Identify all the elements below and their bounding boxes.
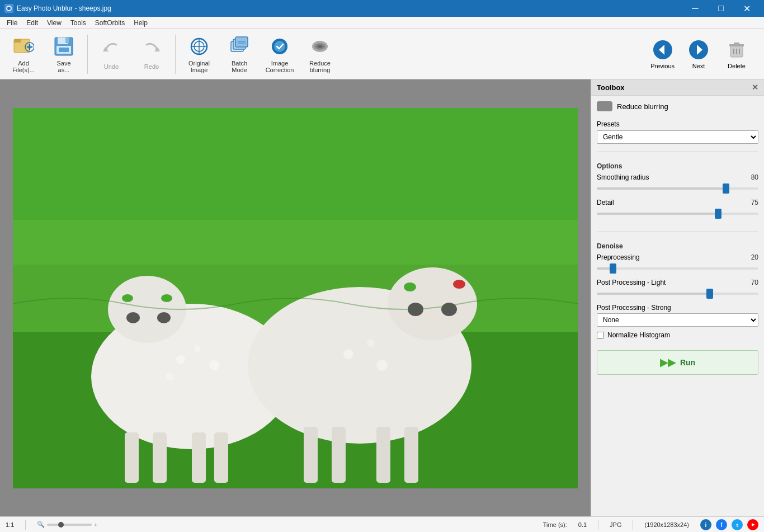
post-processing-strong-section: Post Processing - Strong None Light Medi… [597, 304, 758, 327]
post-processing-strong-label-row: Post Processing - Strong [597, 304, 758, 312]
normalize-histogram-label[interactable]: Normalize Histogram [607, 331, 670, 339]
batch-mode-icon [228, 35, 251, 58]
undo-icon [100, 39, 122, 61]
svg-point-2 [7, 7, 11, 10]
status-sep-1 [25, 520, 26, 530]
app-icon [4, 4, 13, 13]
divider-1 [597, 152, 758, 152]
detail-fill [597, 213, 718, 215]
save-as-label: Save as... [56, 60, 70, 73]
zoom-bar[interactable] [47, 524, 92, 526]
post-processing-light-bg [597, 293, 758, 295]
close-button[interactable]: ✕ [734, 0, 760, 17]
normalize-histogram-checkbox[interactable] [597, 332, 604, 339]
zoom-out-icon[interactable]: 🔍 [37, 521, 45, 528]
original-image-button[interactable]: Original Image [180, 32, 218, 77]
presets-select[interactable]: Gentle Normal Strong Custom [597, 130, 758, 144]
toolbox-panel: Toolbox ✕ Reduce blurring Presets Gentle… [591, 79, 764, 516]
save-icon [53, 35, 75, 58]
menu-help[interactable]: Help [129, 18, 152, 28]
post-processing-light-fill [597, 293, 710, 295]
post-processing-light-value: 70 [751, 279, 758, 286]
reduce-blurring-button[interactable]: Reduce blurring [301, 32, 339, 77]
detail-slider-row: Detail 75 [597, 199, 758, 219]
svg-point-68 [367, 339, 375, 347]
minimize-button[interactable]: ─ [682, 0, 708, 17]
svg-text:i: i [705, 522, 707, 528]
svg-rect-35 [734, 43, 739, 45]
run-button[interactable]: ▶▶ Run [597, 350, 758, 375]
options-label: Options [597, 162, 758, 170]
batch-mode-button[interactable]: Batch Mode [220, 32, 258, 77]
redo-button[interactable]: Redo [133, 32, 171, 77]
reduce-blurring-label: Reduce blurring [309, 60, 331, 73]
preprocessing-value: 20 [751, 253, 758, 261]
preprocessing-bg [597, 267, 758, 270]
svg-rect-46 [153, 432, 167, 483]
svg-rect-10 [65, 37, 69, 43]
titlebar-controls: ─ □ ✕ [682, 0, 760, 17]
zoom-in-icon[interactable]: + [94, 521, 97, 528]
previous-label: Previous [650, 63, 675, 69]
delete-button[interactable]: Delete [726, 39, 747, 69]
svg-point-58 [161, 294, 172, 302]
add-files-label: Add File(s)... [12, 60, 35, 73]
svg-rect-4 [14, 39, 21, 43]
post-processing-light-thumb[interactable] [706, 289, 713, 299]
maximize-button[interactable]: □ [708, 0, 734, 17]
youtube-icon[interactable] [747, 519, 758, 530]
save-as-button[interactable]: Save as... [45, 32, 83, 77]
undo-button[interactable]: Undo [92, 32, 130, 77]
facebook-icon[interactable]: f [716, 519, 727, 530]
menu-file[interactable]: File [2, 18, 22, 28]
titlebar: Easy Photo Unblur - sheeps.jpg ─ □ ✕ [0, 0, 764, 17]
presets-section: Presets Gentle Normal Strong Custom [597, 120, 758, 144]
canvas-area[interactable] [0, 79, 591, 516]
status-social-icons: i f t [700, 519, 758, 530]
zoom-thumb[interactable] [58, 522, 64, 528]
next-button[interactable]: Next [688, 39, 709, 69]
previous-button[interactable]: Previous [650, 39, 675, 69]
run-label: Run [680, 358, 695, 367]
svg-point-61 [404, 283, 416, 291]
smoothing-radius-slider-row: Smoothing radius 80 [597, 173, 758, 194]
toolbox-close-button[interactable]: ✕ [752, 83, 758, 92]
svg-point-66 [166, 373, 173, 380]
preprocessing-thumb[interactable] [610, 263, 616, 274]
info-icon[interactable]: i [700, 519, 711, 530]
dimensions-label: (1920x1283x24) [644, 521, 689, 528]
preprocessing-slider-row: Preprocessing 20 [597, 253, 758, 274]
svg-rect-52 [332, 427, 346, 483]
time-value: 0.1 [578, 521, 587, 528]
preprocessing-track [597, 263, 758, 274]
status-sep-2 [598, 520, 598, 530]
svg-point-69 [376, 360, 388, 371]
menu-edit[interactable]: Edit [22, 18, 43, 28]
presets-label: Presets [597, 120, 620, 128]
post-processing-strong-label: Post Processing - Strong [597, 304, 671, 312]
denoise-section: Denoise Preprocessing 20 [597, 240, 758, 339]
presets-label-row: Presets [597, 120, 758, 128]
normalize-histogram-row[interactable]: Normalize Histogram [597, 331, 758, 339]
post-processing-strong-select[interactable]: None Light Medium Strong [597, 313, 758, 327]
original-image-label: Original Image [188, 60, 210, 73]
smoothing-radius-thumb[interactable] [723, 183, 729, 194]
time-label: Time (s): [543, 521, 567, 528]
svg-text:t: t [737, 522, 738, 528]
menu-softorbits[interactable]: SoftOrbits [91, 18, 129, 28]
toolbar-separator-2 [175, 35, 176, 74]
svg-point-62 [453, 280, 465, 289]
post-processing-light-track [597, 288, 758, 299]
divider-2 [597, 232, 758, 232]
add-files-button[interactable]: Add File(s)... [4, 32, 43, 77]
run-icon: ▶▶ [660, 356, 676, 369]
reduce-blurring-icon [309, 35, 331, 58]
detail-track [597, 208, 758, 219]
image-correction-button[interactable]: Image Correction [261, 32, 299, 77]
twitter-icon[interactable]: t [732, 519, 743, 530]
svg-rect-54 [404, 427, 418, 483]
detail-thumb[interactable] [715, 209, 721, 219]
menu-tools[interactable]: Tools [66, 18, 91, 28]
menu-view[interactable]: View [43, 18, 66, 28]
svg-point-56 [157, 312, 171, 323]
